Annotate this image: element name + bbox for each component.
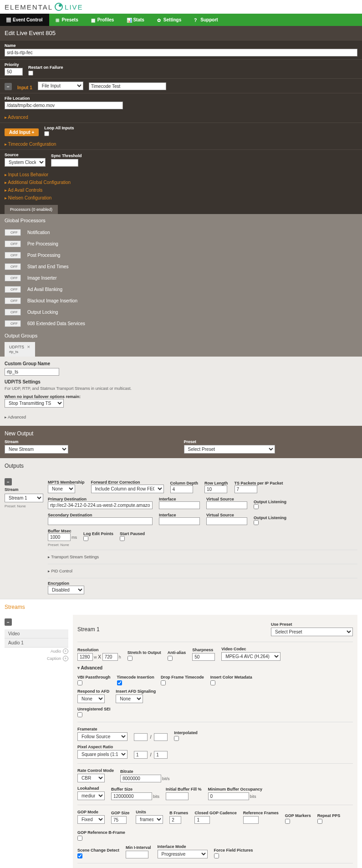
- force-field-checkbox[interactable]: [214, 853, 219, 858]
- sidebar-audio1[interactable]: Audio 1: [5, 638, 68, 648]
- gop-mode-select[interactable]: Fixed: [77, 815, 105, 824]
- ts-packets-input[interactable]: [235, 485, 257, 493]
- row-length-input[interactable]: [204, 485, 227, 493]
- primary-interface-input[interactable]: [159, 501, 200, 509]
- stream-advanced-toggle[interactable]: Advanced: [77, 663, 353, 673]
- input-loss-behavior-link[interactable]: Input Loss Behavior: [5, 172, 357, 177]
- stretch-checkbox[interactable]: [127, 656, 133, 661]
- nav-support[interactable]: ?Support: [188, 14, 224, 26]
- bitrate-input[interactable]: [120, 775, 161, 782]
- secondary-interface-input[interactable]: [159, 517, 200, 525]
- min-buffer-occupancy-input[interactable]: [208, 792, 249, 800]
- ref-frames-input[interactable]: [243, 816, 259, 824]
- min-i-interval-input[interactable]: [126, 851, 148, 858]
- framerate-den-input[interactable]: [154, 733, 168, 741]
- start-paused-checkbox[interactable]: [120, 536, 125, 541]
- toggle-preprocessing[interactable]: OFF: [5, 240, 21, 247]
- loop-checkbox[interactable]: [44, 131, 49, 136]
- restart-checkbox[interactable]: [28, 71, 33, 76]
- res-h-input[interactable]: [102, 653, 118, 661]
- timecode-insertion-checkbox[interactable]: [117, 680, 122, 685]
- transport-stream-settings-toggle[interactable]: Transport Stream Settings: [48, 553, 357, 561]
- gop-markers-checkbox[interactable]: [285, 819, 290, 824]
- out-stream-select[interactable]: Stream 1: [5, 494, 43, 502]
- framerate-select[interactable]: Follow Source: [77, 732, 127, 741]
- par-select[interactable]: Square pixels (1:1): [77, 750, 127, 759]
- gop-units-select[interactable]: frames: [136, 815, 163, 824]
- buffer-size-input[interactable]: [111, 792, 152, 800]
- additional-global-config-link[interactable]: Additional Global Configuration: [5, 180, 357, 185]
- insert-color-checkbox[interactable]: [210, 680, 215, 685]
- tc-source-select[interactable]: System Clock: [5, 158, 46, 167]
- output-group-tab[interactable]: UDP/TS✕ rtp_ts: [5, 342, 35, 357]
- initial-buffer-fill-input[interactable]: [166, 792, 189, 800]
- log-edit-points-checkbox[interactable]: [83, 536, 88, 541]
- nav-event-control[interactable]: Event Control: [0, 14, 49, 26]
- input-desc-input[interactable]: [89, 82, 166, 90]
- primary-dest-input[interactable]: [48, 501, 153, 509]
- secondary-virtual-source-input[interactable]: [206, 517, 247, 525]
- bframes-input[interactable]: [169, 816, 181, 824]
- closed-gop-input[interactable]: [194, 816, 210, 824]
- nav-presets[interactable]: ⊞Presets: [49, 14, 85, 26]
- add-input-button[interactable]: Add Input +: [5, 128, 39, 136]
- ad-avail-controls-link[interactable]: Ad Avail Controls: [5, 188, 357, 193]
- nav-profiles[interactable]: ▦Profiles: [85, 14, 121, 26]
- priority-input[interactable]: [5, 68, 23, 76]
- column-depth-input[interactable]: [170, 485, 193, 493]
- failover-select[interactable]: Stop Transmitting TS: [5, 399, 64, 408]
- new-stream-select[interactable]: New Stream: [5, 445, 68, 454]
- scene-change-checkbox[interactable]: [77, 853, 82, 858]
- secondary-output-listening-checkbox[interactable]: [254, 520, 259, 525]
- lookahead-select[interactable]: medium: [77, 791, 105, 800]
- rate-control-select[interactable]: CBR: [77, 774, 105, 782]
- secondary-dest-input[interactable]: [48, 517, 153, 525]
- name-input[interactable]: [5, 49, 357, 56]
- buffer-msec-input[interactable]: [48, 533, 71, 541]
- interlace-mode-select[interactable]: Progressive: [158, 850, 208, 858]
- nielsen-config-link[interactable]: Nielsen Configuration: [5, 195, 357, 200]
- sidebar-video[interactable]: Video: [5, 629, 68, 638]
- timecode-config-toggle[interactable]: Timecode Configuration: [5, 142, 357, 147]
- video-codec-select[interactable]: MPEG-4 AVC (H.264): [221, 652, 280, 661]
- pid-control-toggle[interactable]: PID Control: [48, 567, 357, 575]
- advanced-toggle-udpts[interactable]: Advanced: [5, 413, 357, 421]
- toggle-image-inserter[interactable]: OFF: [5, 275, 21, 281]
- par-den-input[interactable]: [154, 751, 168, 759]
- mpts-select[interactable]: None: [48, 485, 75, 493]
- encryption-select[interactable]: Disabled: [48, 586, 84, 594]
- new-preset-select[interactable]: Select Preset: [184, 445, 275, 454]
- interpolated-checkbox[interactable]: [174, 736, 179, 741]
- use-preset-select[interactable]: Select Preset: [271, 628, 353, 636]
- toggle-postprocessing[interactable]: OFF: [5, 252, 21, 259]
- antialias-checkbox[interactable]: [168, 656, 173, 661]
- nav-settings[interactable]: ✿Settings: [151, 14, 188, 26]
- res-w-input[interactable]: [77, 653, 93, 661]
- custom-group-name-input[interactable]: [5, 368, 59, 376]
- file-location-input[interactable]: [5, 102, 123, 109]
- remove-output-button[interactable]: −: [5, 478, 12, 485]
- primary-output-listening-checkbox[interactable]: [254, 504, 259, 509]
- repeat-pps-checkbox[interactable]: [317, 819, 322, 824]
- toggle-ad-avail-blanking[interactable]: OFF: [5, 286, 21, 293]
- insert-afd-select[interactable]: None: [116, 694, 143, 703]
- toggle-output-locking[interactable]: OFF: [5, 309, 21, 316]
- framerate-num-input[interactable]: [134, 733, 148, 741]
- sharpness-input[interactable]: [192, 653, 215, 661]
- add-audio-button[interactable]: Audio+: [5, 648, 68, 655]
- add-caption-button[interactable]: Caption+: [5, 655, 68, 662]
- par-num-input[interactable]: [134, 751, 148, 759]
- fec-select[interactable]: Include Column and Row FEC: [91, 485, 164, 493]
- primary-virtual-source-input[interactable]: [206, 501, 247, 509]
- vbi-checkbox[interactable]: [77, 680, 82, 685]
- nav-stats[interactable]: 📊Stats: [120, 14, 150, 26]
- toggle-blackout-image[interactable]: OFF: [5, 297, 21, 304]
- unregistered-sei-checkbox[interactable]: [77, 712, 82, 717]
- respond-afd-select[interactable]: None: [77, 694, 105, 703]
- toggle-notification[interactable]: OFF: [5, 229, 21, 236]
- toggle-start-end-times[interactable]: OFF: [5, 263, 21, 270]
- toggle-608-extended[interactable]: OFF: [5, 320, 21, 327]
- advanced-toggle-input[interactable]: Advanced: [5, 115, 357, 120]
- gop-ref-bframe-checkbox[interactable]: [77, 836, 82, 841]
- remove-input-button[interactable]: −: [5, 83, 12, 90]
